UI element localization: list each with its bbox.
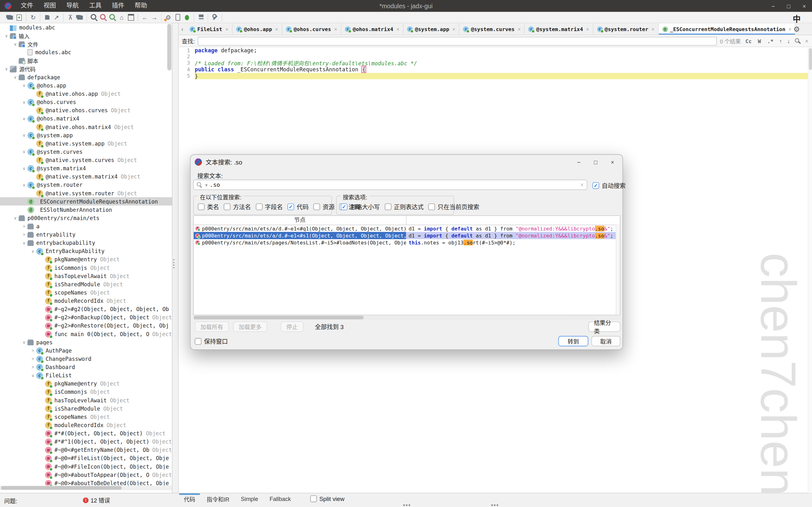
tree-expand-arrow-icon[interactable]: ∨ — [20, 149, 27, 154]
tree-item[interactable]: @native.system.curves Object — [0, 156, 172, 164]
tree-expand-arrow-icon[interactable]: ∨ — [20, 340, 27, 345]
find-option-toggle[interactable]: W — [756, 38, 762, 44]
load-more-button[interactable]: 加载更多 — [233, 322, 267, 332]
search-all-icon[interactable] — [794, 38, 801, 44]
tree-item[interactable]: ∨ @system.matrix4 — [0, 164, 172, 172]
flatten-packages-icon[interactable]: ⊼ — [66, 13, 75, 21]
tab-close-icon[interactable]: × — [586, 26, 589, 32]
tree-horizontal-scrollbar[interactable] — [0, 486, 172, 490]
tree-expand-arrow-icon[interactable]: > — [20, 224, 27, 229]
tree-expand-arrow-icon[interactable]: ∨ — [20, 116, 27, 121]
checkbox-box[interactable] — [593, 182, 599, 189]
find-input[interactable] — [198, 37, 717, 45]
tab-close-icon[interactable]: × — [789, 26, 792, 32]
dialog-maximize-button[interactable]: □ — [594, 159, 597, 165]
tree-expand-arrow-icon[interactable]: ∨ — [20, 240, 27, 245]
debugger-icon[interactable] — [182, 13, 192, 21]
tab-close-icon[interactable]: × — [334, 26, 337, 32]
tree-item[interactable]: ∨ pages — [0, 338, 172, 346]
tree-item[interactable]: #~@0>#FileIcon(Object, Object, Object, O… — [0, 462, 172, 470]
menu-item[interactable]: 工具 — [84, 0, 107, 12]
search-option-checkbox[interactable]: 忽略大小写 — [341, 202, 380, 211]
tab-close-icon[interactable]: × — [396, 26, 400, 32]
search-result-row[interactable]: p000entry/src/main/ets/a/d.#~e1<#s1(Obje… — [194, 232, 620, 239]
editor-tab[interactable]: @ohos.app × — [232, 23, 282, 35]
tree-item[interactable]: #~g2=#g2(Object, Object, Object, Object) — [0, 305, 172, 313]
checkbox-box[interactable] — [198, 203, 205, 210]
tree-item[interactable]: pkgName@entry Object — [0, 380, 172, 388]
tree-item[interactable]: ∨ @ohos.app — [0, 81, 172, 90]
minimize-button[interactable]: − — [765, 0, 781, 12]
tree-expand-arrow-icon[interactable]: ∨ — [3, 67, 10, 71]
panel-splitter-handle[interactable]: •••• — [173, 259, 177, 269]
tree-expand-arrow-icon[interactable]: ∨ — [12, 42, 19, 46]
tree-item[interactable]: modules.abc — [0, 48, 172, 56]
cancel-button[interactable]: 取消 — [591, 336, 620, 347]
goto-button[interactable]: 转到 — [558, 336, 588, 347]
checkbox-box[interactable] — [224, 203, 230, 210]
checkbox-box[interactable] — [195, 338, 202, 344]
tree-expand-arrow-icon[interactable]: ∨ — [30, 248, 36, 253]
search-option-checkbox[interactable]: 只在当前页搜索 — [428, 202, 479, 211]
tree-item[interactable]: 脚本 — [0, 56, 172, 65]
editor-tab[interactable]: @ohos.matrix4 × — [341, 23, 403, 35]
tree-item[interactable]: @native.system.router Object — [0, 189, 172, 197]
auto-search-checkbox[interactable]: 自动搜索 — [593, 181, 626, 189]
tab-close-icon[interactable]: × — [225, 26, 228, 32]
tree-expand-arrow-icon[interactable]: > — [20, 232, 27, 237]
editor-tab[interactable]: @system.curves × — [459, 23, 525, 35]
tree-item[interactable]: #~g2>#onRestore(Object, Object, Object, … — [0, 322, 172, 330]
tree-item[interactable]: #*#(Object, Object, Object) Object — [0, 429, 172, 437]
open-file-icon[interactable] — [5, 13, 14, 21]
checkbox-box[interactable] — [310, 495, 317, 502]
tree-item[interactable]: > ChangePassword — [0, 354, 172, 363]
reload-icon[interactable]: ↻ — [29, 13, 38, 21]
tree-expand-arrow-icon[interactable]: ∨ — [20, 83, 27, 88]
tree-item[interactable]: _ESSlotNumberAnnotation — [0, 206, 172, 214]
tree-expand-arrow-icon[interactable]: ∨ — [20, 133, 27, 137]
search-icon[interactable] — [89, 13, 98, 21]
dialog-close-button[interactable]: × — [611, 159, 614, 165]
export-icon[interactable]: ↗ — [52, 13, 61, 21]
tree-expand-arrow-icon[interactable]: > — [30, 348, 36, 353]
stop-button[interactable]: 停止 — [281, 322, 304, 332]
checkbox-box[interactable] — [313, 203, 320, 210]
checkbox-box[interactable] — [256, 203, 262, 210]
editor-tab[interactable]: @ohos.curves × — [282, 23, 341, 35]
tab-close-icon[interactable]: × — [452, 26, 455, 32]
search-location-checkbox[interactable]: 类名 — [198, 202, 219, 211]
error-count-badge[interactable]: ! 12 错误 — [83, 496, 110, 504]
tab-scroll-left-icon[interactable]: ‹ — [178, 23, 186, 35]
find-nav-arrow-icon[interactable]: ↓ — [786, 38, 791, 44]
tree-item[interactable]: ∨ defpackage — [0, 73, 172, 81]
forward-icon[interactable]: → — [150, 13, 159, 21]
find-option-toggle[interactable]: Cc — [744, 38, 753, 44]
table-vertical-scrollbar[interactable] — [616, 225, 620, 315]
checkbox-box[interactable] — [287, 203, 294, 210]
menu-item[interactable]: 视图 — [38, 0, 61, 12]
tree-item[interactable]: > a — [0, 222, 172, 230]
view-mode-tab[interactable]: 代码 — [179, 493, 200, 503]
script-icon[interactable] — [210, 13, 219, 21]
tree-item[interactable]: #~@0>#aboutToAppear(Object, Object, Obje… — [0, 470, 172, 479]
tree-item[interactable]: ∨ 源代码 — [0, 65, 172, 73]
tree-item[interactable]: ∨ p000entry/src/main/ets — [0, 214, 172, 222]
tree-expand-arrow-icon[interactable]: ∨ — [20, 166, 27, 171]
panel-resize-handle[interactable]: ••• — [491, 502, 499, 507]
view-mode-tab[interactable]: 指令和IR — [202, 493, 234, 503]
tree-expand-arrow-icon[interactable]: ∨ — [30, 373, 36, 378]
menu-item[interactable]: 文件 — [15, 0, 38, 12]
tree-item[interactable]: isCommonjs Object — [0, 264, 172, 272]
tree-item[interactable]: ∨ 输入 — [0, 32, 172, 40]
checkbox-box[interactable] — [384, 203, 391, 210]
tree-item[interactable]: ∨ 文件 — [0, 40, 172, 48]
table-horizontal-scrollbar[interactable] — [193, 315, 620, 320]
tree-expand-arrow-icon[interactable]: ∨ — [3, 33, 10, 38]
clear-search-icon[interactable]: × — [580, 182, 584, 188]
tree-item[interactable]: isSharedModule Object — [0, 404, 172, 412]
tree-item[interactable]: scopeNames Object — [0, 288, 172, 296]
menu-item[interactable]: 导航 — [61, 0, 84, 12]
tree-expand-arrow-icon[interactable]: > — [30, 364, 36, 370]
tree-expand-arrow-icon[interactable]: ∨ — [20, 183, 27, 187]
tree-item[interactable]: ∨ @ohos.curves — [0, 98, 172, 106]
